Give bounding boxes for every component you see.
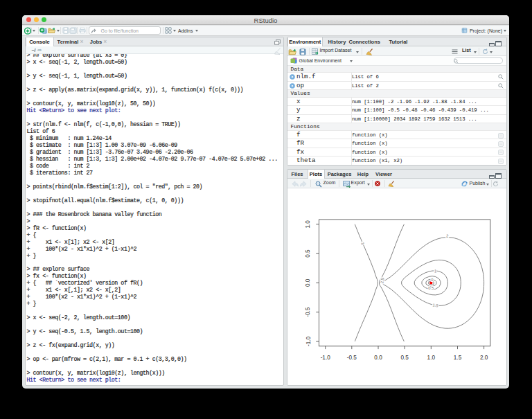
svg-text:0.0: 0.0: [305, 278, 311, 287]
svg-text:1.5: 1.5: [453, 354, 461, 360]
svg-text:0.5: 0.5: [400, 354, 409, 360]
svg-text:2.5: 2.5: [380, 277, 384, 283]
svg-text:-0.5: -0.5: [346, 354, 357, 360]
svg-text:0: 0: [431, 277, 433, 281]
svg-text:0.0: 0.0: [374, 354, 382, 360]
svg-text:-0.5: -0.5: [305, 307, 311, 317]
svg-text:0.5: 0.5: [305, 249, 311, 257]
svg-text:1: 1: [434, 269, 436, 273]
svg-text:1.0: 1.0: [427, 354, 435, 360]
svg-text:-1.0: -1.0: [305, 336, 311, 346]
svg-text:1.0: 1.0: [305, 220, 311, 228]
svg-text:2: 2: [445, 233, 448, 238]
svg-text:0.5: 0.5: [428, 285, 434, 289]
svg-text:-1.0: -1.0: [320, 354, 330, 360]
svg-text:2.0: 2.0: [479, 354, 488, 360]
